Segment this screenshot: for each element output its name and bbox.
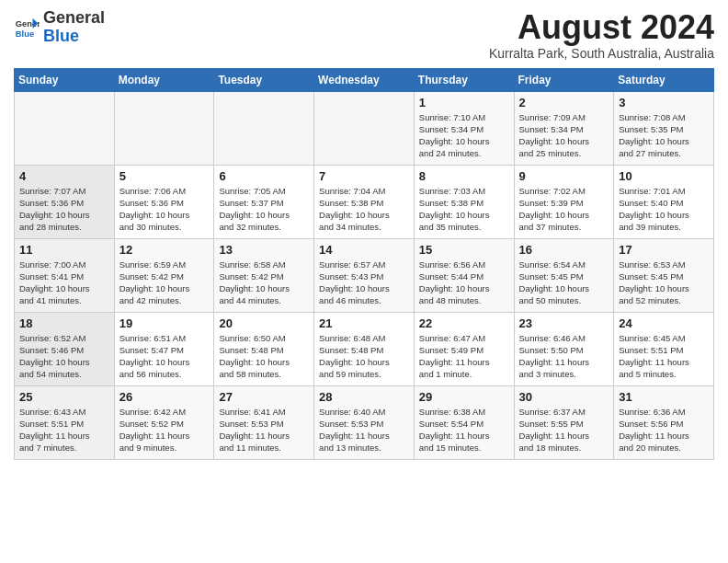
- calendar-cell: 3Sunrise: 7:08 AM Sunset: 5:35 PM Daylig…: [614, 91, 714, 165]
- calendar-cell: 21Sunrise: 6:48 AM Sunset: 5:48 PM Dayli…: [314, 312, 415, 385]
- calendar-cell: 28Sunrise: 6:40 AM Sunset: 5:53 PM Dayli…: [314, 385, 415, 459]
- header-saturday: Saturday: [614, 68, 714, 91]
- calendar-cell: 17Sunrise: 6:53 AM Sunset: 5:45 PM Dayli…: [614, 238, 714, 312]
- calendar-cell: 30Sunrise: 6:37 AM Sunset: 5:55 PM Dayli…: [514, 385, 614, 459]
- day-info: Sunrise: 6:50 AM Sunset: 5:48 PM Dayligh…: [219, 332, 309, 381]
- logo-icon: General Blue: [14, 15, 40, 40]
- calendar-cell: 26Sunrise: 6:42 AM Sunset: 5:52 PM Dayli…: [114, 385, 214, 459]
- day-number: 27: [219, 390, 309, 404]
- calendar-cell: 31Sunrise: 6:36 AM Sunset: 5:56 PM Dayli…: [614, 385, 714, 459]
- calendar-cell: 5Sunrise: 7:06 AM Sunset: 5:36 PM Daylig…: [114, 165, 214, 238]
- location-subtitle: Kurralta Park, South Australia, Australi…: [489, 46, 714, 61]
- calendar-cell: 25Sunrise: 6:43 AM Sunset: 5:51 PM Dayli…: [15, 385, 115, 459]
- calendar-table: SundayMondayTuesdayWednesdayThursdayFrid…: [14, 68, 714, 460]
- day-info: Sunrise: 7:10 AM Sunset: 5:34 PM Dayligh…: [419, 111, 509, 160]
- day-info: Sunrise: 6:51 AM Sunset: 5:47 PM Dayligh…: [119, 332, 210, 381]
- day-number: 2: [519, 96, 609, 109]
- day-number: 10: [619, 169, 709, 183]
- day-info: Sunrise: 6:37 AM Sunset: 5:55 PM Dayligh…: [519, 406, 609, 454]
- day-info: Sunrise: 7:08 AM Sunset: 5:35 PM Dayligh…: [619, 111, 709, 160]
- calendar-week-row: 25Sunrise: 6:43 AM Sunset: 5:51 PM Dayli…: [15, 385, 714, 459]
- day-number: 16: [519, 243, 609, 257]
- calendar-cell: 9Sunrise: 7:02 AM Sunset: 5:39 PM Daylig…: [514, 165, 614, 238]
- day-info: Sunrise: 6:42 AM Sunset: 5:52 PM Dayligh…: [119, 406, 210, 454]
- header-monday: Monday: [114, 68, 214, 91]
- day-info: Sunrise: 6:46 AM Sunset: 5:50 PM Dayligh…: [519, 332, 609, 381]
- day-number: 12: [119, 243, 210, 257]
- calendar-week-row: 4Sunrise: 7:07 AM Sunset: 5:36 PM Daylig…: [15, 165, 714, 238]
- day-number: 1: [419, 96, 509, 109]
- calendar-cell: 8Sunrise: 7:03 AM Sunset: 5:38 PM Daylig…: [414, 165, 514, 238]
- day-info: Sunrise: 6:57 AM Sunset: 5:43 PM Dayligh…: [319, 259, 409, 307]
- day-info: Sunrise: 6:56 AM Sunset: 5:44 PM Dayligh…: [419, 259, 509, 307]
- calendar-cell: 18Sunrise: 6:52 AM Sunset: 5:46 PM Dayli…: [15, 312, 115, 385]
- day-info: Sunrise: 6:58 AM Sunset: 5:42 PM Dayligh…: [219, 259, 309, 307]
- day-number: 21: [319, 316, 409, 330]
- calendar-cell: 29Sunrise: 6:38 AM Sunset: 5:54 PM Dayli…: [414, 385, 514, 459]
- day-info: Sunrise: 6:41 AM Sunset: 5:53 PM Dayligh…: [219, 406, 309, 454]
- calendar-cell: 12Sunrise: 6:59 AM Sunset: 5:42 PM Dayli…: [114, 238, 214, 312]
- day-info: Sunrise: 6:40 AM Sunset: 5:53 PM Dayligh…: [319, 406, 409, 454]
- day-info: Sunrise: 7:01 AM Sunset: 5:40 PM Dayligh…: [619, 185, 709, 234]
- calendar-week-row: 11Sunrise: 7:00 AM Sunset: 5:41 PM Dayli…: [15, 238, 714, 312]
- day-number: 4: [19, 169, 109, 183]
- logo-general-text: General: [43, 8, 105, 27]
- title-block: August 2024 Kurralta Park, South Austral…: [489, 9, 714, 61]
- day-info: Sunrise: 6:45 AM Sunset: 5:51 PM Dayligh…: [619, 332, 709, 381]
- calendar-cell: [114, 91, 214, 165]
- day-info: Sunrise: 6:59 AM Sunset: 5:42 PM Dayligh…: [119, 259, 210, 307]
- calendar-cell: 1Sunrise: 7:10 AM Sunset: 5:34 PM Daylig…: [414, 91, 514, 165]
- page-header: General Blue General Blue August 2024 Ku…: [14, 9, 714, 61]
- day-number: 19: [119, 316, 210, 330]
- day-number: 5: [119, 169, 210, 183]
- day-number: 31: [619, 390, 709, 404]
- day-number: 24: [619, 316, 709, 330]
- calendar-cell: 15Sunrise: 6:56 AM Sunset: 5:44 PM Dayli…: [414, 238, 514, 312]
- header-tuesday: Tuesday: [214, 68, 314, 91]
- day-info: Sunrise: 6:47 AM Sunset: 5:49 PM Dayligh…: [419, 332, 509, 381]
- day-number: 8: [419, 169, 509, 183]
- day-number: 15: [419, 243, 509, 257]
- day-number: 18: [19, 316, 109, 330]
- day-number: 22: [419, 316, 509, 330]
- day-info: Sunrise: 7:06 AM Sunset: 5:36 PM Dayligh…: [119, 185, 210, 234]
- calendar-cell: 6Sunrise: 7:05 AM Sunset: 5:37 PM Daylig…: [214, 165, 314, 238]
- day-info: Sunrise: 7:00 AM Sunset: 5:41 PM Dayligh…: [19, 259, 109, 307]
- header-friday: Friday: [514, 68, 614, 91]
- calendar-cell: 27Sunrise: 6:41 AM Sunset: 5:53 PM Dayli…: [214, 385, 314, 459]
- day-info: Sunrise: 6:54 AM Sunset: 5:45 PM Dayligh…: [519, 259, 609, 307]
- day-number: 23: [519, 316, 609, 330]
- day-info: Sunrise: 7:03 AM Sunset: 5:38 PM Dayligh…: [419, 185, 509, 234]
- day-info: Sunrise: 7:02 AM Sunset: 5:39 PM Dayligh…: [519, 185, 609, 234]
- logo-blue-text: Blue: [43, 27, 79, 45]
- svg-text:Blue: Blue: [16, 29, 34, 39]
- header-sunday: Sunday: [15, 68, 115, 91]
- day-info: Sunrise: 7:09 AM Sunset: 5:34 PM Dayligh…: [519, 111, 609, 160]
- day-number: 13: [219, 243, 309, 257]
- day-info: Sunrise: 6:48 AM Sunset: 5:48 PM Dayligh…: [319, 332, 409, 381]
- header-thursday: Thursday: [414, 68, 514, 91]
- day-number: 7: [319, 169, 409, 183]
- calendar-cell: 23Sunrise: 6:46 AM Sunset: 5:50 PM Dayli…: [514, 312, 614, 385]
- day-number: 9: [519, 169, 609, 183]
- day-info: Sunrise: 7:04 AM Sunset: 5:38 PM Dayligh…: [319, 185, 409, 234]
- day-info: Sunrise: 7:05 AM Sunset: 5:37 PM Dayligh…: [219, 185, 309, 234]
- day-number: 14: [319, 243, 409, 257]
- calendar-cell: 10Sunrise: 7:01 AM Sunset: 5:40 PM Dayli…: [614, 165, 714, 238]
- calendar-cell: 24Sunrise: 6:45 AM Sunset: 5:51 PM Dayli…: [614, 312, 714, 385]
- day-number: 6: [219, 169, 309, 183]
- calendar-cell: 7Sunrise: 7:04 AM Sunset: 5:38 PM Daylig…: [314, 165, 415, 238]
- day-number: 20: [219, 316, 309, 330]
- day-info: Sunrise: 6:43 AM Sunset: 5:51 PM Dayligh…: [19, 406, 109, 454]
- day-info: Sunrise: 6:53 AM Sunset: 5:45 PM Dayligh…: [619, 259, 709, 307]
- calendar-cell: 13Sunrise: 6:58 AM Sunset: 5:42 PM Dayli…: [214, 238, 314, 312]
- day-number: 29: [419, 390, 509, 404]
- calendar-cell: 22Sunrise: 6:47 AM Sunset: 5:49 PM Dayli…: [414, 312, 514, 385]
- day-number: 30: [519, 390, 609, 404]
- calendar-cell: 19Sunrise: 6:51 AM Sunset: 5:47 PM Dayli…: [114, 312, 214, 385]
- day-number: 26: [119, 390, 210, 404]
- logo: General Blue General Blue: [14, 9, 105, 46]
- month-year-title: August 2024: [489, 9, 714, 46]
- calendar-cell: 2Sunrise: 7:09 AM Sunset: 5:34 PM Daylig…: [514, 91, 614, 165]
- day-info: Sunrise: 6:36 AM Sunset: 5:56 PM Dayligh…: [619, 406, 709, 454]
